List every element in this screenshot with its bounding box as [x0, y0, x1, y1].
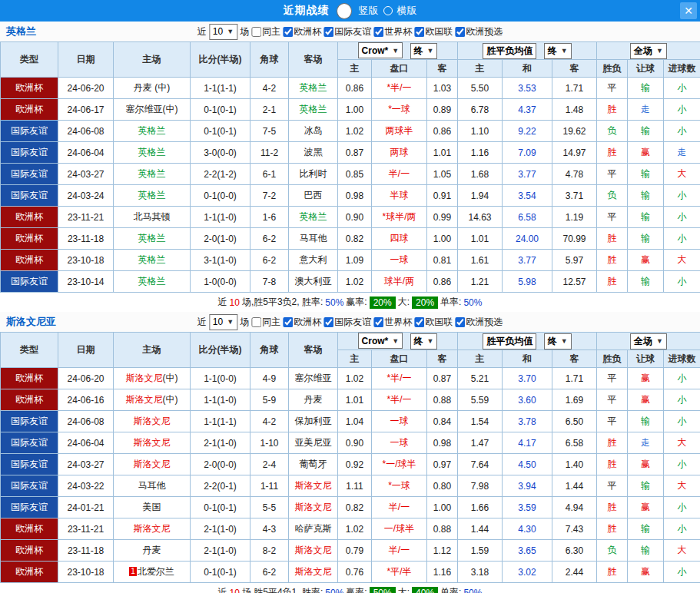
win-odds-cell: 1.66 — [458, 497, 503, 518]
odds-final-select[interactable]: 终▼ — [410, 43, 438, 59]
goals-result-cell: 大 — [664, 540, 700, 562]
team-cell: 英格兰 — [114, 228, 191, 250]
wdl-final-select[interactable]: 终▼ — [544, 43, 572, 59]
team-cell: 亚美尼亚 — [289, 432, 338, 454]
same-home-checkbox[interactable] — [251, 27, 261, 37]
filter-euro-qualifier[interactable]: 欧洲预选 — [455, 25, 503, 38]
match-type-badge: 欧洲杯 — [1, 78, 58, 99]
eurocup-checkbox[interactable] — [283, 27, 293, 37]
team-cell: 丹麦 (中) — [114, 78, 191, 99]
scope-select[interactable]: 全场▼ — [630, 333, 667, 350]
filter-same-home[interactable]: 同主 — [251, 316, 280, 329]
worldcup-checkbox[interactable] — [373, 317, 383, 327]
score-cell: 1-1(1-1) — [191, 411, 250, 432]
odds-company-select[interactable]: Crow*▼ — [358, 42, 403, 58]
handicap-cell: *球半/两 — [372, 207, 427, 228]
odds-home-cell: 1.02 — [338, 121, 372, 142]
filter-euro-qualifier[interactable]: 欧洲预选 — [455, 316, 503, 329]
match-date: 23-10-18 — [58, 562, 114, 583]
subcol-result: 胜负 — [597, 60, 628, 78]
team-cell: 美国 — [114, 497, 191, 518]
score-cell: 1-1(1-0) — [191, 389, 250, 411]
horizontal-radio[interactable] — [383, 6, 393, 15]
select-value: 终 — [414, 45, 423, 58]
handicap-result-cell: 赢 — [628, 250, 664, 271]
summary-bar: 近10场,胜5平3负2, 胜率:50% 赢率: 20% 大: 20% 单率:50… — [0, 293, 700, 312]
friendly-checkbox[interactable] — [323, 27, 333, 37]
handicap-cell: 两球半 — [372, 121, 427, 142]
nations-league-checkbox[interactable] — [414, 317, 424, 327]
handicap-cell: 半/一 — [372, 164, 427, 185]
win-odds-cell: 1.01 — [458, 228, 503, 250]
titlebar: 近期战绩 竖版 横版 ✕ — [0, 0, 700, 22]
close-icon[interactable]: ✕ — [680, 2, 697, 19]
lose-odds-cell: 1.71 — [552, 368, 597, 389]
filter-friendly[interactable]: 国际友谊 — [323, 25, 371, 38]
team-cell: 斯洛文尼 — [114, 454, 191, 475]
odds-company-select[interactable]: Crow*▼ — [358, 333, 403, 349]
section-header: 斯洛文尼亚 近 10▼ 场 同主 欧洲杯 国际友谊 世界杯 欧国联 欧洲预选 — [0, 312, 700, 332]
match-count-select[interactable]: 10▼ — [209, 24, 237, 40]
score-cell: 0-1(0-0) — [191, 185, 250, 207]
handicap-cell: 一球 — [372, 432, 427, 454]
match-row: 欧洲杯24-06-20丹麦 (中)1-1(1-1)4-2英格兰0.86*半/一1… — [1, 78, 700, 99]
filter-same-home[interactable]: 同主 — [251, 25, 280, 38]
same-home-checkbox[interactable] — [251, 317, 261, 327]
odds-home-cell: 0.82 — [338, 228, 372, 250]
result-cell: 平 — [597, 411, 628, 432]
filter-eurocup[interactable]: 欧洲杯 — [283, 316, 321, 329]
filter-nations-league[interactable]: 欧国联 — [414, 316, 453, 329]
wdl-average-select[interactable]: 胜平负均值 — [483, 43, 536, 59]
wdl-final-select[interactable]: 终▼ — [544, 333, 572, 350]
filter-eurocup[interactable]: 欧洲杯 — [283, 25, 321, 38]
lose-odds-cell: 19.62 — [552, 121, 597, 142]
wdl-average-select[interactable]: 胜平负均值 — [483, 333, 536, 350]
match-date: 23-11-21 — [58, 207, 114, 228]
draw-odds-cell: 4.37 — [503, 99, 552, 121]
team-cell: 斯洛文尼 — [114, 411, 191, 432]
nations-league-checkbox[interactable] — [414, 27, 424, 37]
team-cell: 哈萨克斯 — [289, 518, 338, 540]
team-section-england: 英格兰 近 10▼ 场 同主 欧洲杯 国际友谊 世界杯 欧国联 欧洲预选 类型 … — [0, 22, 700, 312]
win-odds-cell: 7.98 — [458, 475, 503, 497]
match-row: 欧洲杯24-06-16斯洛文尼(中)1-1(1-0)5-9丹麦1.01*半/一0… — [1, 389, 700, 411]
win-odds-cell: 1.21 — [458, 271, 503, 293]
worldcup-checkbox[interactable] — [373, 27, 383, 37]
euro-qualifier-checkbox[interactable] — [455, 27, 465, 37]
team-cell: 斯洛文尼(中) — [114, 368, 191, 389]
filter-friendly[interactable]: 国际友谊 — [323, 316, 371, 329]
friendly-checkbox[interactable] — [323, 317, 333, 327]
odds-final-select[interactable]: 终▼ — [410, 333, 438, 350]
summary-segment: 大: — [398, 586, 410, 593]
filter-nations-league[interactable]: 欧国联 — [414, 25, 453, 38]
corners-cell: 4-2 — [250, 411, 289, 432]
summary-segment: 50% — [463, 588, 482, 593]
vertical-radio-label[interactable]: 竖版 — [359, 4, 379, 18]
draw-odds-cell: 9.22 — [503, 121, 552, 142]
win-odds-cell: 1.16 — [458, 142, 503, 164]
vertical-radio[interactable] — [337, 3, 352, 19]
lose-odds-cell: 4.78 — [552, 164, 597, 185]
match-count-select[interactable]: 10▼ — [209, 314, 237, 330]
team-cell: 丹麦 — [289, 389, 338, 411]
filter-worldcup[interactable]: 世界杯 — [373, 25, 412, 38]
result-cell: 负 — [597, 540, 628, 562]
odds-away-cell: 0.86 — [427, 121, 458, 142]
result-cell: 负 — [597, 121, 628, 142]
lose-odds-cell: 4.94 — [552, 497, 597, 518]
chevron-down-icon: ▼ — [656, 47, 663, 55]
lose-odds-cell: 5.97 — [552, 250, 597, 271]
result-cell: 胜 — [597, 228, 628, 250]
euro-qualifier-checkbox[interactable] — [455, 317, 465, 327]
handicap-result-cell: 赢 — [628, 497, 664, 518]
odds-away-cell: 0.98 — [427, 432, 458, 454]
team-cell: 意大利 — [289, 250, 338, 271]
eurocup-checkbox[interactable] — [283, 317, 293, 327]
horizontal-radio-label[interactable]: 横版 — [397, 4, 417, 18]
scope-select[interactable]: 全场▼ — [630, 43, 667, 59]
team-cell: 冰岛 — [289, 121, 338, 142]
filter-worldcup[interactable]: 世界杯 — [373, 316, 412, 329]
handicap-cell: 半/一 — [372, 497, 427, 518]
match-row: 欧洲杯23-11-18英格兰2-0(1-0)6-2马耳他0.82四球1.001.… — [1, 228, 700, 250]
result-cell: 负 — [597, 185, 628, 207]
